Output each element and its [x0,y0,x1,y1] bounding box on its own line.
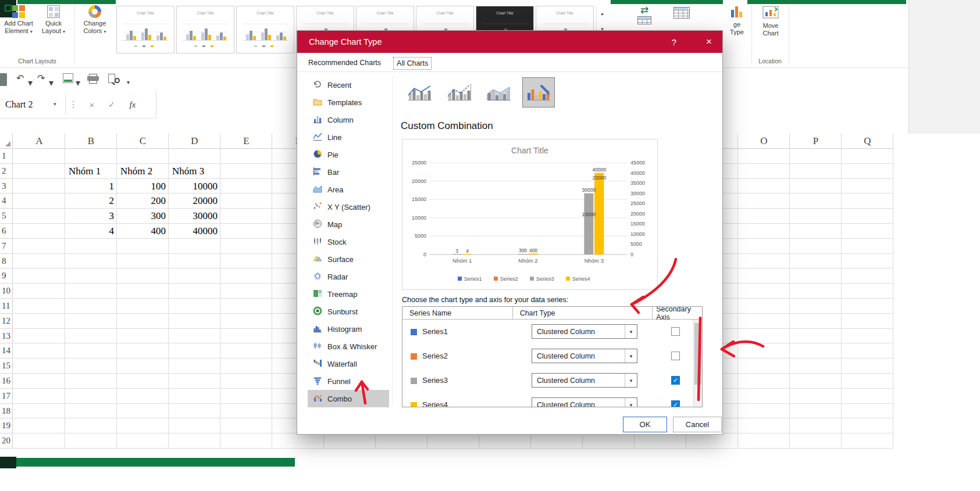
row-header-10[interactable]: 10 [0,284,12,299]
subtype-clustered-column-line[interactable] [404,77,436,107]
cell-B4[interactable]: 2 [65,193,117,209]
ok-button[interactable]: OK [623,417,667,432]
chart-type-dropdown[interactable]: Clustered Column▾ [532,373,637,388]
row-header-3[interactable]: 3 [0,179,12,194]
row-header-20[interactable]: 20 [0,433,12,449]
scrollbar-thumb[interactable] [694,323,701,385]
column-header-E[interactable]: E [220,134,272,149]
dialog-help-button[interactable]: ? [662,31,686,53]
column-header-Q[interactable]: Q [842,134,893,149]
tab-all-charts[interactable]: All Charts [393,57,432,70]
chart-type-item-x-y-scatter-[interactable]: X Y (Scatter) [308,198,389,216]
cell-D6[interactable]: 40000 [169,224,220,239]
column-header-D[interactable]: D [169,134,220,149]
undo-caret-icon[interactable]: ▾ [28,77,33,89]
chevron-down-icon[interactable]: ▾ [625,398,637,407]
confirm-entry-icon[interactable]: ✓ [105,91,119,119]
chart-type-dropdown[interactable]: Clustered Column▾ [532,397,637,407]
chart-type-item-histogram[interactable]: Histogram [308,320,389,338]
row-header-5[interactable]: 5 [0,209,12,224]
column-header-P[interactable]: P [790,134,842,149]
dialog-titlebar[interactable]: Change Chart Type [297,31,722,53]
cell-C6[interactable]: 400 [117,224,169,239]
column-header-C[interactable]: C [117,134,169,149]
chart-type-item-pie[interactable]: Pie [308,146,389,163]
chart-style-thumbnail-3[interactable]: Chart Title [236,6,294,53]
cell-B3[interactable]: 1 [65,179,117,194]
chart-type-item-map[interactable]: Map [308,216,389,233]
print-preview-button[interactable] [107,74,120,85]
chart-style-thumbnail-2[interactable]: Chart Title [176,6,234,53]
fill-caret-icon[interactable]: ▾ [76,77,80,89]
row-header-13[interactable]: 13 [0,329,12,344]
cell-D2[interactable]: Nhóm 3 [169,164,220,179]
chevron-down-icon[interactable]: ▾ [625,349,637,363]
select-all-corner[interactable] [0,134,13,149]
row-header-16[interactable]: 16 [0,374,12,389]
save-icon[interactable] [0,73,7,86]
row-header-17[interactable]: 17 [0,389,12,404]
chart-type-item-combo[interactable]: Combo [308,390,389,407]
cell-B5[interactable]: 3 [65,209,117,224]
cell-D3[interactable]: 10000 [169,179,220,194]
cell-B2[interactable]: Nhóm 1 [65,164,117,179]
chart-type-item-radar[interactable]: Radar [308,268,389,285]
chart-type-item-waterfall[interactable]: Waterfall [308,355,389,372]
chart-type-item-column[interactable]: Column [308,111,389,128]
undo-button[interactable]: ↶ [16,72,24,85]
redo-button[interactable]: ↷ [37,72,45,85]
cell-C5[interactable]: 300 [117,209,169,224]
chart-style-thumbnail-1[interactable]: Chart Title [116,6,174,53]
subtype-clustered-column-line-secondary-axis[interactable] [443,77,476,107]
gallery-up-icon[interactable]: ▴ [601,10,604,16]
quick-layout-button[interactable]: Quick Layout ▾ [37,5,70,35]
chart-type-item-stock[interactable]: Stock [308,233,389,250]
chart-type-item-box-whisker[interactable]: Box & Whisker [308,338,389,355]
row-header-8[interactable]: 8 [0,254,12,269]
column-header-A[interactable]: A [13,134,65,149]
add-chart-element-button[interactable]: Add Chart Element ▾ [1,5,36,35]
secondary-axis-checkbox[interactable] [671,327,680,336]
row-header-18[interactable]: 18 [0,404,12,419]
name-box-caret-icon[interactable]: ▾ [54,101,56,107]
chart-type-dropdown[interactable]: Clustered Column▾ [532,324,637,339]
cell-C2[interactable]: Nhóm 2 [117,164,169,179]
series-table-scrollbar[interactable] [693,320,702,407]
secondary-axis-checkbox[interactable] [671,352,680,360]
chart-type-item-funnel[interactable]: Funnel [308,372,389,390]
row-header-19[interactable]: 19 [0,418,12,433]
chart-type-item-area[interactable]: Area [308,181,389,198]
row-header-6[interactable]: 6 [0,224,12,239]
row-header-11[interactable]: 11 [0,299,12,314]
chart-type-item-bar[interactable]: Bar [308,163,389,181]
cell-D4[interactable]: 20000 [169,193,220,209]
column-header-O[interactable]: O [738,134,790,149]
chart-type-item-line[interactable]: Line [308,128,389,146]
subtype-custom-combination[interactable] [522,77,555,107]
chevron-down-icon[interactable]: ▾ [625,374,637,387]
row-header-1[interactable]: 1 [0,149,12,164]
column-header-B[interactable]: B [65,134,117,149]
change-chart-type-button[interactable]: ge Type [720,5,754,36]
secondary-axis-checkbox[interactable]: ✓ [671,376,680,385]
row-header-7[interactable]: 7 [0,239,12,254]
chart-type-item-recent[interactable]: Recent [308,76,389,94]
chevron-down-icon[interactable]: ▾ [625,325,637,338]
insert-function-icon[interactable]: fx [124,91,141,119]
row-header-9[interactable]: 9 [0,268,12,284]
chart-type-item-templates[interactable]: Templates [308,94,389,111]
chart-type-item-treemap[interactable]: Treemap [308,285,389,303]
chart-type-item-sunburst[interactable]: Sunburst [308,303,389,320]
row-header-2[interactable]: 2 [0,164,12,179]
row-header-15[interactable]: 15 [0,359,12,374]
cell-D5[interactable]: 30000 [169,209,220,224]
row-header-12[interactable]: 12 [0,314,12,329]
qat-customize-icon[interactable]: ▾ [127,76,130,89]
select-data-button[interactable] [667,7,697,19]
row-header-14[interactable]: 14 [0,343,12,359]
dialog-close-button[interactable]: × [696,31,722,53]
cancel-button[interactable]: Cancel [673,417,722,432]
cell-B6[interactable]: 4 [65,224,117,239]
chart-type-dropdown[interactable]: Clustered Column▾ [532,349,637,363]
chart-type-item-surface[interactable]: Surface [308,250,389,268]
